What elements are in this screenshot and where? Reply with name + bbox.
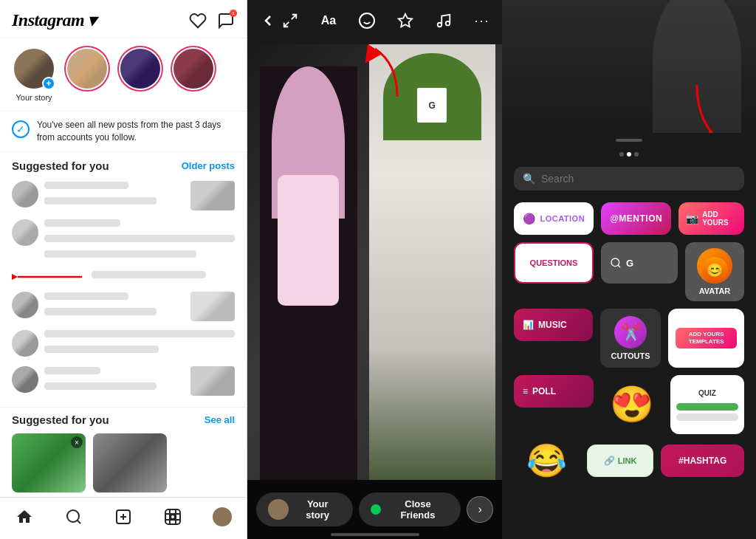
red-arrow-up <box>360 41 412 100</box>
table-row[interactable] <box>0 287 247 326</box>
suggested-cards: × <box>0 429 247 497</box>
poll-icon: ≡ <box>523 386 528 396</box>
table-row[interactable] <box>0 215 247 267</box>
nav-home[interactable] <box>8 504 41 530</box>
music-bars-icon: 📊 <box>523 320 534 330</box>
location-label: LOCATION <box>540 214 585 223</box>
sticker-btn[interactable] <box>354 7 380 34</box>
sticker-music[interactable]: 📊 MUSIC <box>514 309 593 341</box>
svg-point-19 <box>438 23 442 27</box>
suggested-card-1[interactable]: × <box>12 433 86 492</box>
story-bottom-bar: Your story Close Friends › <box>247 480 502 539</box>
sticker-questions[interactable]: QUESTIONS <box>514 242 594 284</box>
nav-profile[interactable] <box>206 504 238 530</box>
post-thumbnail <box>190 366 235 396</box>
nav-add[interactable] <box>107 504 140 530</box>
svg-line-14 <box>284 22 289 27</box>
svg-point-15 <box>360 13 374 28</box>
story-item-1[interactable] <box>65 47 109 102</box>
sticker-hashtag[interactable]: #HASHTAG <box>661 444 744 477</box>
table-row[interactable] <box>0 326 247 362</box>
table-row[interactable] <box>0 362 247 400</box>
blur-line <box>44 382 157 390</box>
notification-badge: 1 <box>230 10 237 17</box>
post-thumbnail <box>190 292 235 321</box>
feed-posts <box>0 176 247 407</box>
sticker-cutouts[interactable]: ✂️ CUTOUTS <box>600 309 662 368</box>
your-story-avatar-wrap: + <box>13 47 55 90</box>
more-btn[interactable]: ··· <box>469 7 495 34</box>
sticker-red-arrow <box>682 81 734 133</box>
drag-handle <box>616 139 642 142</box>
story-editor-panel: G Aa <box>247 0 502 539</box>
sticker-avatar[interactable]: 😊 AVATAR <box>685 242 744 301</box>
link-label: LINK <box>618 456 637 465</box>
mention-label: @MENTION <box>610 213 662 224</box>
story-item-2[interactable] <box>118 47 162 102</box>
stories-row: + Your story <box>0 38 247 111</box>
sticker-mention[interactable]: @MENTION <box>601 202 671 235</box>
music-btn[interactable] <box>430 7 457 34</box>
sticker-add-yours[interactable]: 📷 ADD YOURS <box>678 202 744 235</box>
story-1-avatar <box>66 47 109 90</box>
story-1-wrap <box>66 47 109 90</box>
search-input[interactable] <box>541 173 735 185</box>
messenger-button[interactable]: 1 <box>217 12 235 30</box>
close-card-btn[interactable]: × <box>71 436 83 448</box>
add-yours-label: ADD YOURS <box>702 210 737 227</box>
sticker-poll[interactable]: ≡ POLL <box>514 375 594 408</box>
post-content <box>44 366 185 396</box>
story-photo-inner: G <box>247 44 502 480</box>
nav-search[interactable] <box>58 504 90 530</box>
your-story-label: Your story <box>16 93 52 102</box>
feed-panel: Instagram ▾ 1 + <box>0 0 247 539</box>
seen-icon: ✓ <box>12 120 30 138</box>
svg-line-24 <box>618 265 620 267</box>
nav-reels[interactable] <box>157 504 189 530</box>
sticker-link[interactable]: 🔗 LINK <box>587 444 654 477</box>
svg-line-13 <box>292 15 296 19</box>
sticker-search-bar[interactable]: 🔍 <box>514 167 744 190</box>
blur-line <box>92 271 206 278</box>
avatar-label: AVATAR <box>699 286 731 295</box>
quiz-bar-gray <box>676 413 738 421</box>
red-arrow-indicator <box>0 267 247 287</box>
story-photo: G <box>247 44 502 480</box>
svg-point-20 <box>446 21 450 25</box>
effects-btn[interactable] <box>392 7 419 34</box>
your-story-item[interactable]: + Your story <box>12 47 56 102</box>
sticker-emoji-2[interactable]: 😂 <box>514 442 580 480</box>
search-quiz-icon <box>610 257 622 269</box>
table-row[interactable] <box>0 176 247 215</box>
story-next-btn[interactable]: › <box>467 496 493 523</box>
your-story-button[interactable]: Your story <box>256 492 353 526</box>
sticker-location[interactable]: 🟣 LOCATION <box>514 202 594 235</box>
older-posts-link[interactable]: Older posts <box>182 160 235 171</box>
story-item-3[interactable] <box>171 47 216 102</box>
quiz-g-label: G <box>626 258 633 269</box>
story-toolbar: Aa ··· <box>247 0 502 41</box>
location-dot: 🟣 <box>523 213 536 224</box>
link-chain-icon: 🔗 <box>604 456 615 466</box>
svg-point-8 <box>171 515 175 519</box>
sticker-quiz[interactable]: QUIZ <box>670 375 744 434</box>
svg-line-3 <box>78 521 80 523</box>
sticker-emoji-reaction[interactable]: 😍 <box>601 375 663 434</box>
svg-point-2 <box>67 510 79 522</box>
back-button[interactable] <box>259 7 277 34</box>
sticker-add-yours-templates[interactable]: ADD YOURS TEMPLATES <box>668 309 744 368</box>
like-button[interactable] <box>189 12 207 30</box>
sticker-quiz-search[interactable]: G <box>601 242 678 284</box>
see-all-link[interactable]: See all <box>205 414 235 425</box>
add-story-btn[interactable]: + <box>42 77 55 90</box>
emoji-face: 😍 <box>610 384 654 425</box>
quiz-bar-green <box>676 403 738 411</box>
blur-line <box>44 250 196 258</box>
char-face <box>278 175 339 306</box>
close-friends-button[interactable]: Close Friends <box>359 492 461 526</box>
fullscreen-btn[interactable] <box>277 7 303 34</box>
add-yours-icon: 📷 <box>686 213 698 224</box>
text-btn[interactable]: Aa <box>315 7 342 34</box>
suggested-card-2[interactable] <box>93 433 167 492</box>
blur-line <box>44 219 120 227</box>
